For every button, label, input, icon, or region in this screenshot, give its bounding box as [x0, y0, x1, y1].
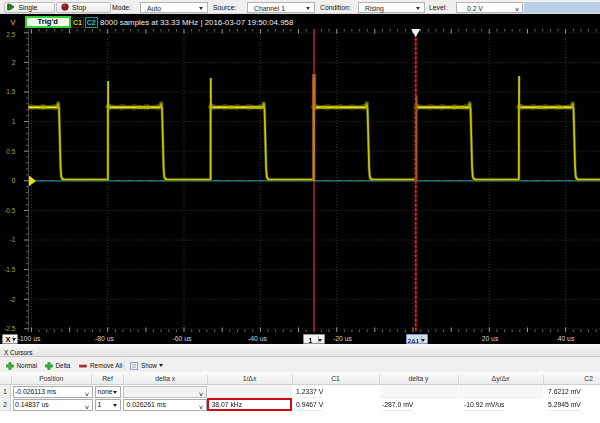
svg-text:-0.5: -0.5: [4, 207, 16, 214]
svg-text:0.5: 0.5: [6, 148, 15, 155]
svg-text:0: 0: [12, 177, 16, 184]
svg-text:2.5: 2.5: [6, 31, 15, 38]
svg-text:1: 1: [12, 118, 16, 125]
svg-text:1.5: 1.5: [6, 88, 15, 95]
svg-text:-2: -2: [10, 296, 16, 303]
svg-text:-1: -1: [10, 236, 16, 243]
svg-text:-2.5: -2.5: [4, 325, 16, 332]
svg-text:2: 2: [12, 59, 16, 66]
svg-text:-1.5: -1.5: [4, 266, 16, 273]
